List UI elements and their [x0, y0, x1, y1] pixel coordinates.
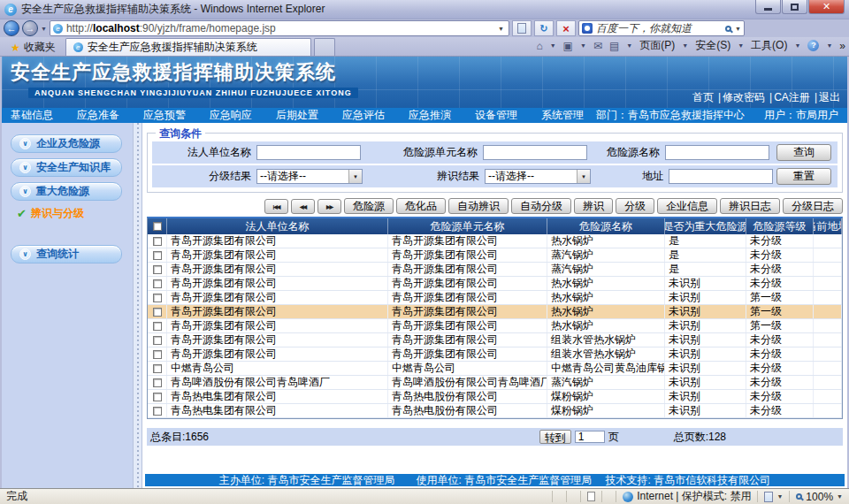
pager-next-button[interactable]: ▶▶ [317, 199, 341, 214]
history-dropdown-icon[interactable]: ▼ [41, 26, 47, 32]
select-all-checkbox[interactable] [148, 218, 167, 234]
sidebar-button-1[interactable]: ∨安全生产知识库 [11, 158, 122, 177]
nav-item-1[interactable]: 应急准备 [77, 108, 119, 123]
field-select-1-0[interactable]: --请选择--▼ [256, 169, 363, 184]
row-checkbox[interactable] [148, 347, 167, 361]
row-checkbox[interactable] [148, 362, 167, 375]
field-input-1-2[interactable] [669, 169, 773, 184]
table-row[interactable]: 青岛啤酒股份有限公司青岛啤酒厂青岛啤酒股份有限公司青岛啤酒厂蒸汽锅炉未识别未分级 [148, 376, 842, 390]
print-icon[interactable]: ▤ [609, 40, 619, 52]
query-button[interactable]: 查询 [776, 144, 831, 161]
menu-tools[interactable]: 工具(O) [751, 38, 787, 53]
nav-item-4[interactable]: 后期处置 [276, 108, 318, 123]
row-checkbox[interactable] [148, 277, 167, 290]
toolbar-button-1[interactable]: 危化品 [396, 198, 446, 214]
table-row[interactable]: 青岛开源集团有限公司青岛开源集团有限公司热水锅炉未识别第一级 [148, 319, 842, 333]
header-link-3[interactable]: 退出 [819, 91, 840, 103]
mail-icon[interactable]: ✉ [593, 40, 602, 52]
maximize-button[interactable] [782, 0, 807, 14]
row-checkbox[interactable] [148, 333, 167, 347]
row-checkbox[interactable] [148, 263, 167, 276]
menu-page-dropdown-icon[interactable]: ▼ [682, 42, 688, 49]
address-input[interactable]: e http://localhost:90/yjzh/frame/homepag… [50, 20, 509, 36]
row-checkbox[interactable] [148, 305, 167, 318]
row-checkbox[interactable] [148, 248, 167, 262]
toolbar-button-5[interactable]: 分级 [616, 198, 654, 214]
new-tab-button[interactable] [314, 38, 335, 56]
favorites-button[interactable]: ★ 收藏夹 [4, 39, 63, 56]
header-link-0[interactable]: 首页 [692, 91, 714, 103]
nav-item-6[interactable]: 应急推演 [409, 108, 451, 123]
menu-safety[interactable]: 安全(S) [695, 38, 730, 53]
toolbar-button-4[interactable]: 辨识 [574, 198, 613, 214]
table-row[interactable]: 青岛开源集团有限公司青岛开源集团有限公司热水锅炉未识别未分级 [148, 277, 842, 291]
help-dropdown-icon[interactable]: ▼ [826, 42, 832, 49]
forward-button[interactable]: → [22, 20, 38, 36]
splitter-handle[interactable] [133, 123, 142, 488]
row-checkbox[interactable] [148, 234, 167, 248]
more-commands[interactable]: » [839, 40, 845, 52]
close-button[interactable]: ✕ [808, 0, 845, 14]
menu-page[interactable]: 页面(P) [639, 38, 675, 53]
row-checkbox[interactable] [148, 390, 167, 403]
table-row[interactable]: 中燃青岛公司中燃青岛公司中燃青岛公司黄岛油库锅炉未识别未分级 [148, 362, 842, 376]
search-dropdown-icon[interactable]: ▼ [735, 26, 741, 32]
toolbar-button-8[interactable]: 分级日志 [783, 198, 843, 214]
sidebar-bottom-button-0[interactable]: ∨查询统计 [11, 245, 122, 263]
field-input-0-1[interactable] [483, 145, 587, 160]
sidebar-button-2[interactable]: ∨重大危险源 [11, 182, 122, 201]
minimize-button[interactable] [755, 0, 781, 14]
nav-item-3[interactable]: 应急响应 [210, 108, 252, 123]
pager-prev-button[interactable]: ◀◀ [291, 199, 315, 214]
nav-item-5[interactable]: 应急评估 [342, 108, 385, 123]
header-link-1[interactable]: 修改密码 [723, 91, 765, 103]
table-row[interactable]: 青岛开源集团有限公司青岛开源集团有限公司热水锅炉是未分级 [148, 234, 842, 248]
status-zoom-pane[interactable]: 100% ▼ [789, 491, 849, 503]
table-row[interactable]: 青岛开源集团有限公司青岛开源集团有限公司蒸汽锅炉是未分级 [148, 263, 842, 277]
field-input-0-0[interactable] [256, 145, 361, 160]
header-link-2[interactable]: CA注册 [774, 91, 810, 103]
tab-active[interactable]: e 安全生产应急救援指挥辅助决策系统 [65, 38, 311, 56]
compatibility-view-button[interactable] [512, 20, 532, 36]
field-input-0-2[interactable] [665, 145, 769, 160]
search-input[interactable]: 百度一下，你就知道 ▼ [578, 20, 745, 36]
reset-button[interactable]: 重置 [776, 168, 831, 185]
pager-first-button[interactable]: |◀◀ [264, 199, 288, 214]
feeds-icon[interactable]: ▣ [563, 40, 573, 52]
zoom-dropdown-icon[interactable]: ▼ [837, 493, 843, 500]
toolbar-button-0[interactable]: 危险源 [344, 198, 394, 214]
toolbar-button-2[interactable]: 自动辨识 [448, 198, 509, 214]
home-dropdown-icon[interactable]: ▼ [550, 42, 556, 49]
sidebar-item-active[interactable]: ✔辨识与分级 [17, 206, 133, 221]
table-row[interactable]: 青岛开源集团有限公司青岛开源集团有限公司组装水管热水锅炉未识别未分级 [148, 333, 842, 347]
table-row[interactable]: 青岛开源集团有限公司青岛开源集团有限公司蒸汽锅炉是未分级 [148, 248, 842, 263]
print-dropdown-icon[interactable]: ▼ [626, 42, 632, 49]
table-row[interactable]: 青岛开源集团有限公司青岛开源集团有限公司热水锅炉未识别第一级 [148, 305, 842, 319]
menu-safety-dropdown-icon[interactable]: ▼ [738, 42, 744, 49]
toolbar-button-3[interactable]: 自动分级 [511, 198, 571, 214]
back-button[interactable]: ← [4, 20, 19, 36]
toolbar-button-7[interactable]: 辨识日志 [720, 198, 780, 214]
table-row[interactable]: 青岛开源集团有限公司青岛开源集团有限公司热水锅炉未识别第一级 [148, 291, 842, 305]
table-row[interactable]: 青岛热电集团有限公司青岛热电股份有限公司煤粉锅炉未识别未分级 [148, 404, 842, 418]
home-icon[interactable]: ⌂ [536, 40, 542, 52]
status-compat-pane[interactable]: ▼ [757, 491, 789, 503]
table-row[interactable]: 青岛热电集团有限公司青岛热电股份有限公司煤粉锅炉未识别未分级 [148, 390, 842, 404]
goto-page-button[interactable]: 转到 [539, 430, 571, 444]
nav-item-8[interactable]: 系统管理 [541, 108, 584, 123]
address-dropdown-icon[interactable]: ▼ [496, 26, 506, 32]
stop-button[interactable]: × [556, 20, 576, 36]
feeds-dropdown-icon[interactable]: ▼ [580, 42, 586, 49]
nav-item-2[interactable]: 应急预警 [143, 108, 186, 123]
nav-item-0[interactable]: 基础信息 [11, 108, 53, 123]
row-checkbox[interactable] [148, 404, 167, 417]
sidebar-button-0[interactable]: ∨企业及危险源 [11, 134, 122, 153]
nav-item-7[interactable]: 设备管理 [475, 108, 517, 123]
refresh-button[interactable]: ↻ [534, 20, 554, 36]
table-row[interactable]: 青岛开源集团有限公司青岛开源集团有限公司组装水管热水锅炉未识别未分级 [148, 347, 842, 362]
field-select-1-1[interactable]: --请选择--▼ [485, 169, 591, 184]
help-icon[interactable]: ? [807, 40, 819, 51]
row-checkbox[interactable] [148, 376, 167, 389]
menu-tools-dropdown-icon[interactable]: ▼ [794, 42, 800, 49]
page-number-input[interactable] [575, 431, 605, 443]
